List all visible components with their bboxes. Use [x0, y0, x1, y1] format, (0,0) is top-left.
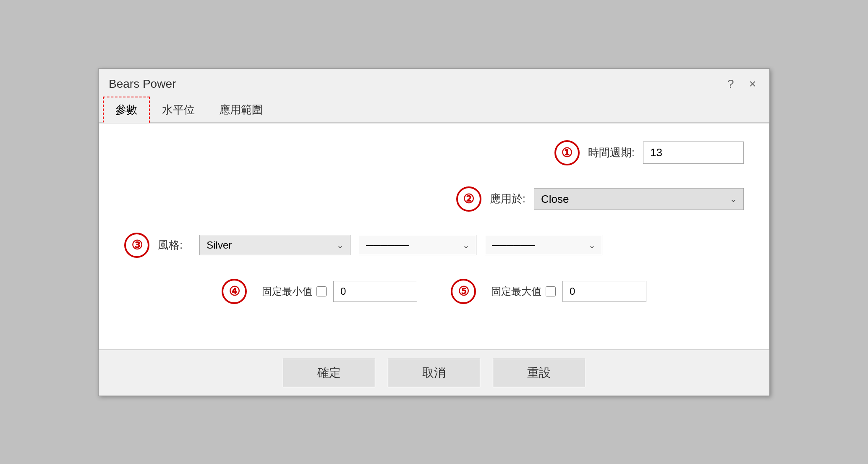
badge-4: ④: [222, 279, 247, 304]
tab-bar: 參數 水平位 應用範圍: [99, 96, 769, 123]
dialog-footer: 確定 取消 重設: [99, 350, 769, 396]
time-period-label: 時間週期:: [588, 145, 635, 160]
fixed-min-input[interactable]: [333, 281, 417, 302]
title-buttons: ? ×: [724, 76, 759, 92]
tab-params[interactable]: 參數: [103, 97, 150, 123]
tab-levels[interactable]: 水平位: [150, 97, 207, 123]
badge-2: ②: [456, 186, 481, 212]
apply-to-label: 應用於:: [490, 191, 526, 206]
dialog-title: Bears Power: [109, 77, 176, 91]
style-label: 風格:: [158, 238, 183, 252]
line-style-select-2[interactable]: ────── - - - - · · · ·: [485, 235, 602, 255]
style-row: ③ 風格: Silver Red Blue Green Black ⌄ ────…: [124, 233, 744, 258]
close-button[interactable]: ×: [746, 76, 759, 92]
apply-to-select[interactable]: Close Open High Low Median Price Typical…: [534, 188, 744, 210]
params-content: ① 時間週期: ② 應用於: Close Open High Low Media…: [99, 123, 769, 350]
color-select-wrapper: Silver Red Blue Green Black ⌄: [199, 235, 350, 255]
fixed-max-group: ⑤ 固定最大值: [451, 279, 646, 304]
apply-to-row: ② 應用於: Close Open High Low Median Price …: [124, 186, 744, 212]
badge-3: ③: [124, 233, 149, 258]
fixed-max-checkbox[interactable]: [546, 286, 556, 296]
fixed-max-label: 固定最大值: [491, 285, 556, 298]
reset-button[interactable]: 重設: [493, 359, 585, 387]
badge-1: ①: [554, 140, 580, 165]
ok-button[interactable]: 確定: [283, 359, 375, 387]
fixed-min-checkbox[interactable]: [316, 286, 327, 296]
fixed-max-input[interactable]: [562, 281, 646, 302]
line-style-select-wrapper-2: ────── - - - - · · · · ⌄: [485, 235, 602, 255]
line-style-select-wrapper-1: ────── - - - - · · · · ⌄: [359, 235, 476, 255]
title-bar: Bears Power ? ×: [99, 69, 769, 96]
color-select[interactable]: Silver Red Blue Green Black: [199, 235, 350, 255]
cancel-button[interactable]: 取消: [388, 359, 480, 387]
line-style-select-1[interactable]: ────── - - - - · · · ·: [359, 235, 476, 255]
minmax-row: ④ 固定最小值 ⑤ 固定最大值: [124, 279, 744, 304]
fixed-min-group: ④ 固定最小值: [222, 279, 417, 304]
help-button[interactable]: ?: [724, 76, 737, 92]
fixed-min-label: 固定最小值: [262, 285, 327, 298]
time-period-input[interactable]: [643, 142, 744, 164]
tab-apply[interactable]: 應用範圍: [207, 97, 275, 123]
time-period-row: ① 時間週期:: [124, 140, 744, 165]
badge-5: ⑤: [451, 279, 476, 304]
bears-power-dialog: Bears Power ? × 參數 水平位 應用範圍 ① 時間週期: ② 應用…: [98, 68, 770, 396]
apply-to-select-wrapper: Close Open High Low Median Price Typical…: [534, 188, 744, 210]
